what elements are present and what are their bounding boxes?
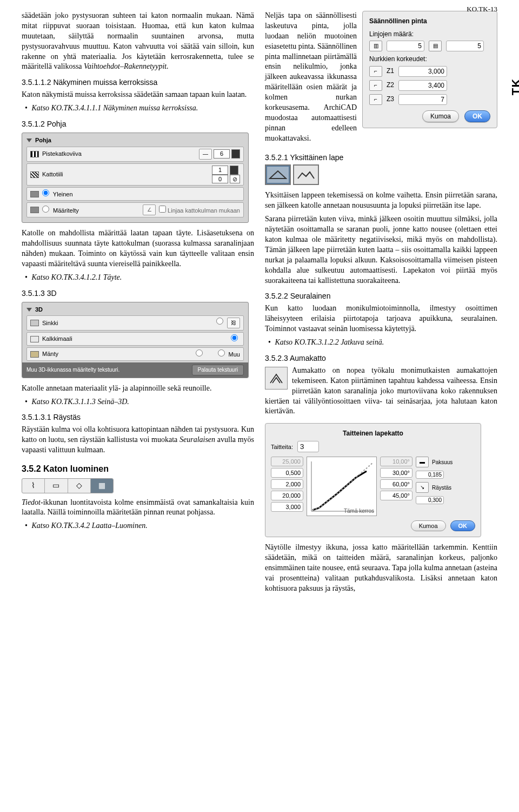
h-input-2[interactable] <box>271 479 303 489</box>
tool-polyline-icon[interactable]: ⌇ <box>22 479 45 493</box>
reference-bullet: Katso KO.TK.3.1.2.2 Jatkuva seinä. <box>265 338 497 348</box>
reference-bullet: Katso KO.TK.3.1.1.3 Seinä–3D. <box>22 397 254 407</box>
page-header-code: KO.TK-13 <box>467 4 497 14</box>
z2-input[interactable] <box>398 80 447 91</box>
lape-mode-icons <box>265 164 497 185</box>
heading-3-5-2-3: 3.5.2.3 Aumakatto <box>265 353 497 364</box>
radio-yleinen[interactable]: Yleinen <box>42 189 73 199</box>
thickness-icon: ▬ <box>416 457 429 467</box>
a-input-1[interactable] <box>380 468 412 478</box>
heights-column <box>271 457 303 516</box>
heading-3-5-2-1: 3.5.2.1 Yksittäinen lape <box>265 153 497 163</box>
heading-3-5-1-2: 3.5.1.2 Pohja <box>22 119 254 129</box>
restore-texture-button[interactable]: Palauta tekstuuri <box>192 365 244 375</box>
corner-z1-icon: ⌐ <box>369 66 382 77</box>
z3-label: Z3 <box>387 95 394 103</box>
fill-swatch-icon <box>30 207 39 213</box>
label: Kattotiili <box>42 170 63 179</box>
tool-rectangle-icon[interactable]: ▭ <box>45 479 68 493</box>
empty-pen-icon[interactable]: ⊘ <box>230 175 240 184</box>
checkbox-linjaa[interactable]: Linjaa kattokulman mukaan <box>159 206 240 215</box>
h-input-4[interactable] <box>271 502 303 512</box>
regular-surface-dialog: Säännöllinen pinta Linjojen määrä: ▥ ▤ N… <box>362 11 497 128</box>
cancel-button[interactable]: Kumoa <box>411 520 446 531</box>
a-input-3[interactable] <box>380 491 412 500</box>
a-input-2[interactable] <box>380 479 412 489</box>
material-swatch-icon[interactable] <box>30 351 39 358</box>
value-box[interactable]: 1 <box>212 166 228 175</box>
raystas-input[interactable] <box>416 496 444 504</box>
heading-3-5-2-2: 3.5.2.2 Seuralainen <box>265 291 497 301</box>
single-slope-icon[interactable] <box>265 164 291 185</box>
link-icon[interactable]: ⛓ <box>227 318 240 328</box>
multi-slope-icon[interactable] <box>293 164 319 185</box>
radio-material[interactable] <box>216 319 225 326</box>
heading-3-5-2: 3.5.2 Katon luominen <box>22 463 254 475</box>
pen-swatch[interactable] <box>230 166 238 175</box>
reference-bullet: Katso KO.TK.3.4.1.1.1 Näkyminen muissa k… <box>22 103 254 114</box>
paragraph: Räystään kulma voi olla kohtisuora katto… <box>22 425 254 455</box>
lines-a-input[interactable] <box>387 41 424 51</box>
tool-rotated-rect-icon[interactable]: ◇ <box>68 479 91 493</box>
heading-3-5-1-1-2: 3.5.1.1.2 Näkyminen muissa kerroksissa <box>22 77 254 88</box>
reference-bullet: Katso KO.TK.3.4.2 Laatta–Luominen. <box>22 521 254 531</box>
taitteita-input[interactable] <box>297 441 319 452</box>
grid-horiz-icon: ▤ <box>429 41 442 51</box>
ok-button[interactable]: OK <box>464 110 490 122</box>
h-input-1[interactable] <box>271 468 303 478</box>
radio-muu[interactable]: Muu <box>218 351 240 358</box>
paragraph: Katon näkymistä muissa kerroksissa sääde… <box>22 90 254 100</box>
radio-material[interactable] <box>231 336 240 342</box>
corner-z2-icon: ⌐ <box>369 80 382 91</box>
disclosure-triangle-icon[interactable] <box>26 138 32 142</box>
grid-vert-icon: ▥ <box>369 41 382 51</box>
tool-grid-icon[interactable]: ▦ <box>91 479 113 493</box>
disclosure-triangle-icon[interactable] <box>26 308 32 312</box>
fill-style-icon[interactable] <box>30 171 39 178</box>
roof-profile-chart: Tämä kerros <box>307 457 377 516</box>
side-tab: TK <box>508 78 519 95</box>
dialog-title: Säännöllinen pinta <box>369 17 490 25</box>
pohja-title: Pohja <box>35 136 51 144</box>
label-taitteita: Taitteita: <box>271 443 293 451</box>
label-nurkkien: Nurkkien korkeudet: <box>369 55 490 63</box>
fill-swatch-icon <box>30 191 39 197</box>
paragraph: Tiedot-ikkunan luontitavoista kolme ensi… <box>22 498 254 518</box>
h-input-3[interactable] <box>271 491 303 500</box>
material-label: Sinkki <box>42 319 58 327</box>
radio-material[interactable] <box>196 351 205 358</box>
material-swatch-icon[interactable] <box>30 320 39 326</box>
line-style-icon[interactable] <box>30 151 39 157</box>
heading-raystas: 3.5.1.3.1 Räystäs <box>22 412 254 422</box>
z1-label: Z1 <box>387 67 394 75</box>
3d-title: 3D <box>35 306 43 314</box>
dialog-title: Taitteinen lapekatto <box>271 429 475 438</box>
a-input-0[interactable] <box>380 457 412 466</box>
paragraph: Sarana piirretään kuten viiva, minkä jäl… <box>265 214 497 286</box>
aumakatto-tool-icon[interactable] <box>265 367 288 390</box>
svg-marker-0 <box>270 171 286 179</box>
heading-3-5-1-3: 3.5.1.3 3D <box>22 288 254 299</box>
angles-column <box>380 457 412 516</box>
material-swatch-icon[interactable] <box>30 336 39 342</box>
z1-input[interactable] <box>398 66 447 77</box>
paksuus-input[interactable] <box>416 471 444 479</box>
radio-maaritelty[interactable]: Määritelty <box>42 206 79 215</box>
paragraph: Kun katto luodaan monikulmiotoiminnolla,… <box>265 303 497 334</box>
align-angle-icon[interactable]: ∠ <box>143 204 156 215</box>
cancel-button[interactable]: Kumoa <box>422 110 459 122</box>
line-preview-icon: — <box>199 149 212 160</box>
eave-icon: ↘ <box>416 482 429 493</box>
corner-z3-icon: ⌐ <box>369 94 382 105</box>
lines-b-input[interactable] <box>446 41 484 51</box>
z3-input[interactable] <box>398 94 447 105</box>
paragraph: Aumakatto on nopea työkalu monimutkaiste… <box>265 366 497 417</box>
ok-button[interactable]: OK <box>450 520 476 531</box>
h-input-0[interactable] <box>271 457 303 466</box>
value-box[interactable]: 6 <box>214 149 230 159</box>
material-label: Mänty <box>42 350 58 358</box>
label: Pistekatkoviiva <box>42 150 82 158</box>
paragraph: Katolle annetaan materiaalit ylä- ja ala… <box>22 384 254 394</box>
pen-swatch[interactable] <box>231 149 240 159</box>
value-box[interactable]: 0 <box>212 175 228 184</box>
